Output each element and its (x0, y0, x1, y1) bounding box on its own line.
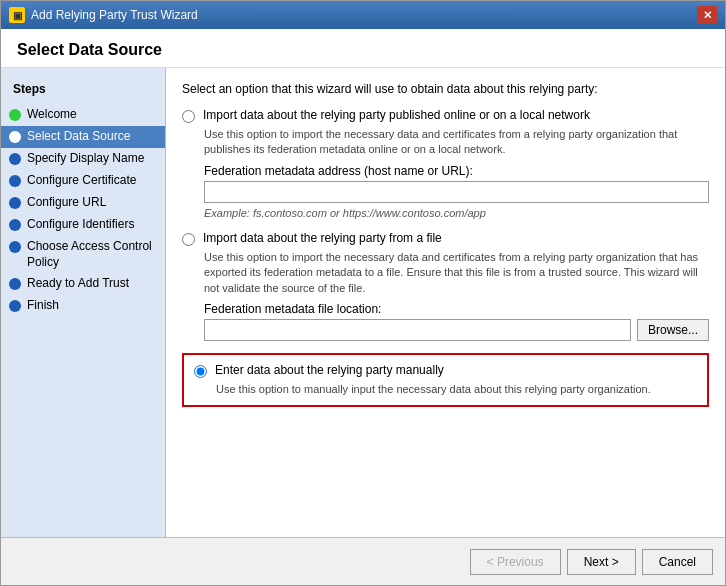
option3-row: Enter data about the relying party manua… (194, 363, 697, 378)
sidebar-item-specify-display-name[interactable]: Specify Display Name (1, 148, 165, 170)
sidebar-label-specify-display-name: Specify Display Name (27, 151, 144, 167)
sidebar-item-select-data-source[interactable]: Select Data Source (1, 126, 165, 148)
sidebar-label-select-data-source: Select Data Source (27, 129, 130, 145)
option3-desc: Use this option to manually input the ne… (216, 382, 697, 397)
step-dot-specify-display-name (9, 153, 21, 165)
window-icon: ▣ (9, 7, 25, 23)
option1-label[interactable]: Import data about the relying party publ… (203, 108, 590, 122)
sidebar: Steps Welcome Select Data Source Specify… (1, 68, 166, 537)
browse-button[interactable]: Browse... (637, 319, 709, 341)
option3-radio[interactable] (194, 365, 207, 378)
next-button[interactable]: Next > (567, 549, 636, 575)
sidebar-label-choose-access-control: Choose Access Control Policy (27, 239, 157, 270)
option3-selected-box: Enter data about the relying party manua… (182, 353, 709, 407)
option2-field-row: Browse... (204, 319, 709, 341)
step-dot-configure-identifiers (9, 219, 21, 231)
sidebar-label-ready-to-add: Ready to Add Trust (27, 276, 129, 292)
option2-field-label: Federation metadata file location: (204, 302, 709, 316)
federation-metadata-file-input[interactable] (204, 319, 631, 341)
option2-row: Import data about the relying party from… (182, 231, 709, 246)
step-dot-configure-url (9, 197, 21, 209)
option-group-1: Import data about the relying party publ… (182, 108, 709, 219)
main-panel: Select an option that this wizard will u… (166, 68, 725, 537)
window-title: Add Relying Party Trust Wizard (31, 8, 198, 22)
step-dot-choose-access-control (9, 241, 21, 253)
title-bar: ▣ Add Relying Party Trust Wizard ✕ (1, 1, 725, 29)
option1-radio[interactable] (182, 110, 195, 123)
option1-example: Example: fs.contoso.com or https://www.c… (204, 207, 709, 219)
wizard-window: ▣ Add Relying Party Trust Wizard ✕ Selec… (0, 0, 726, 586)
previous-button[interactable]: < Previous (470, 549, 561, 575)
option1-field-label: Federation metadata address (host name o… (204, 164, 709, 178)
step-dot-ready-to-add (9, 278, 21, 290)
sidebar-item-configure-certificate[interactable]: Configure Certificate (1, 170, 165, 192)
sidebar-label-configure-certificate: Configure Certificate (27, 173, 136, 189)
sidebar-item-choose-access-control[interactable]: Choose Access Control Policy (1, 236, 165, 273)
step-dot-welcome (9, 109, 21, 121)
option3-label[interactable]: Enter data about the relying party manua… (215, 363, 444, 377)
page-title: Select Data Source (17, 41, 709, 59)
sidebar-label-configure-identifiers: Configure Identifiers (27, 217, 134, 233)
close-button[interactable]: ✕ (697, 6, 717, 24)
sidebar-item-finish[interactable]: Finish (1, 295, 165, 317)
footer: < Previous Next > Cancel (1, 537, 725, 585)
instruction-text: Select an option that this wizard will u… (182, 82, 709, 96)
option1-field-row (204, 181, 709, 203)
title-bar-left: ▣ Add Relying Party Trust Wizard (9, 7, 198, 23)
sidebar-label-finish: Finish (27, 298, 59, 314)
option1-row: Import data about the relying party publ… (182, 108, 709, 123)
sidebar-label-configure-url: Configure URL (27, 195, 106, 211)
steps-label: Steps (1, 78, 165, 104)
option1-desc: Use this option to import the necessary … (204, 127, 709, 158)
sidebar-item-ready-to-add[interactable]: Ready to Add Trust (1, 273, 165, 295)
sidebar-label-welcome: Welcome (27, 107, 77, 123)
sidebar-item-welcome[interactable]: Welcome (1, 104, 165, 126)
cancel-button[interactable]: Cancel (642, 549, 713, 575)
content-area: Steps Welcome Select Data Source Specify… (1, 68, 725, 537)
step-dot-finish (9, 300, 21, 312)
option2-label[interactable]: Import data about the relying party from… (203, 231, 442, 245)
step-dot-configure-certificate (9, 175, 21, 187)
sidebar-item-configure-identifiers[interactable]: Configure Identifiers (1, 214, 165, 236)
page-header: Select Data Source (1, 29, 725, 68)
sidebar-item-configure-url[interactable]: Configure URL (1, 192, 165, 214)
option2-desc: Use this option to import the necessary … (204, 250, 709, 296)
option2-radio[interactable] (182, 233, 195, 246)
option-group-2: Import data about the relying party from… (182, 231, 709, 341)
federation-metadata-url-input[interactable] (204, 181, 709, 203)
step-dot-select-data-source (9, 131, 21, 143)
